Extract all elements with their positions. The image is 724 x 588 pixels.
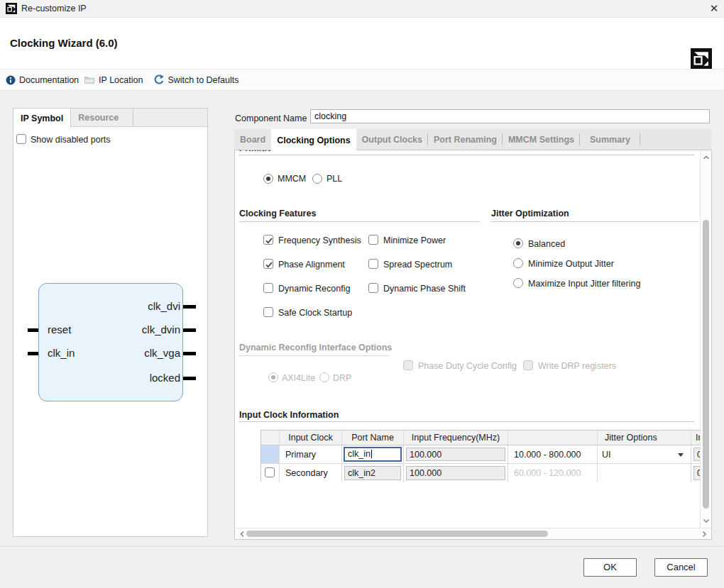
ip-location-button[interactable]: IP Location: [84, 75, 143, 85]
close-icon[interactable]: ✕: [707, 1, 721, 16]
dynamic-phase-shift-label: Dynamic Phase Shift: [383, 284, 466, 294]
vertical-scroll-thumb[interactable]: [703, 220, 709, 509]
footer-divider: [0, 546, 724, 547]
phase-duty-cycle-config-label: Phase Duty Cycle Config: [418, 361, 517, 371]
dynamic-phase-shift-checkbox[interactable]: [368, 283, 378, 293]
refresh-icon: [153, 74, 164, 85]
port-label-clk-in: clk_in: [48, 348, 75, 359]
secondary-label: Secondary: [285, 468, 328, 478]
scroll-down-icon[interactable]: [702, 516, 711, 525]
input-jitter-primary[interactable]: 0.0: [693, 448, 700, 461]
primitive-rule: [239, 155, 694, 155]
primary-label: Primary: [285, 450, 316, 460]
port-stub-clk-in: [28, 352, 38, 355]
tab-ip-symbol[interactable]: IP Symbol: [13, 109, 71, 128]
input-jitter-secondary[interactable]: 0.0: [693, 466, 700, 480]
port-stub-locked: [183, 377, 196, 380]
xilinx-logo: [691, 48, 712, 70]
write-drp-registers-label: Write DRP registers: [538, 361, 616, 371]
minimize-output-jitter-label: Minimize Output Jitter: [528, 259, 614, 269]
frequency-input-primary[interactable]: 100.000: [406, 448, 505, 461]
balanced-radio[interactable]: [513, 238, 523, 248]
secondary-enable-checkbox[interactable]: [265, 467, 275, 477]
tab-port-renaming[interactable]: Port Renaming: [428, 129, 503, 150]
port-label-reset: reset: [48, 324, 71, 335]
scroll-left-icon[interactable]: [238, 530, 246, 538]
maximize-input-jitter-radio[interactable]: [513, 278, 523, 288]
table-row-secondary: Secondary clk_in2 100.000 60.000 - 120.0…: [261, 464, 700, 482]
mmcm-radio[interactable]: [263, 174, 273, 184]
horizontal-scroll-thumb[interactable]: [246, 531, 548, 537]
balanced-label: Balanced: [528, 239, 565, 249]
port-stub-reset: [28, 328, 38, 332]
switch-to-defaults-label: Switch to Defaults: [168, 75, 238, 85]
tab-resource[interactable]: Resource: [71, 109, 133, 127]
cancel-button[interactable]: Cancel: [654, 558, 708, 577]
dynamic-reconfig-checkbox[interactable]: [263, 283, 273, 293]
ok-button[interactable]: OK: [583, 558, 637, 577]
port-label-clk-vga: clk_vga: [84, 348, 180, 359]
component-name-input[interactable]: clocking: [310, 109, 710, 123]
phase-alignment-checkbox[interactable]: [263, 259, 273, 269]
col-port-name: Port Name: [342, 431, 404, 445]
scroll-right-icon[interactable]: [700, 530, 708, 538]
page-title: Clocking Wizard (6.0): [10, 37, 118, 49]
dynamic-reconfig-interface-rule: [239, 355, 390, 356]
col-input-clock: Input Clock: [280, 431, 342, 445]
spread-spectrum-label: Spread Spectrum: [383, 260, 452, 270]
table-header-row: Input Clock Port Name Input Frequency(MH…: [261, 431, 700, 445]
documentation-button[interactable]: Documentation: [6, 75, 79, 85]
port-label-clk-dvin: clk_dvin: [84, 324, 180, 335]
clocking-features-rule: [239, 221, 480, 222]
table-row-primary: Primary clk_in 100.000 10.000 - 800.000 …: [261, 445, 700, 464]
col-input-jitter: In: [691, 431, 700, 445]
pll-label: PLL: [327, 174, 342, 184]
port-stub-clk-dvin: [183, 328, 196, 332]
row-selector-primary[interactable]: [261, 445, 280, 463]
safe-clock-startup-checkbox[interactable]: [263, 307, 273, 317]
config-tabs: Board Clocking Options Output Clocks Por…: [234, 129, 712, 150]
axi4lite-radio: [268, 372, 278, 382]
title-bar: Re-customize IP ✕: [0, 0, 724, 18]
port-name-input-secondary[interactable]: clk_in2: [344, 466, 401, 480]
jitter-optimization-rule: [491, 221, 698, 222]
input-clock-information-heading: Input Clock Information: [239, 410, 339, 421]
tab-output-clocks[interactable]: Output Clocks: [356, 129, 428, 150]
col-input-frequency: Input Frequency(MHz): [404, 431, 508, 445]
tab-mmcm-settings[interactable]: MMCM Settings: [503, 129, 580, 150]
mmcm-label: MMCM: [278, 174, 306, 184]
port-name-input-primary[interactable]: clk_in: [344, 447, 402, 462]
vertical-scrollbar[interactable]: [700, 150, 711, 528]
input-clock-table: Input Clock Port Name Input Frequency(MH…: [260, 430, 700, 482]
show-disabled-ports-checkbox[interactable]: [16, 134, 26, 144]
frequency-input-secondary[interactable]: 100.000: [406, 466, 505, 480]
window-title: Re-customize IP: [21, 0, 87, 18]
range-primary: 10.000 - 800.000: [514, 450, 581, 460]
documentation-label: Documentation: [19, 75, 79, 85]
switch-to-defaults-button[interactable]: Switch to Defaults: [153, 74, 238, 85]
minimize-power-checkbox[interactable]: [368, 235, 378, 245]
tab-summary[interactable]: Summary: [580, 129, 640, 150]
chevron-down-icon: [678, 453, 684, 457]
input-clock-information-rule: [239, 421, 694, 422]
frequency-synthesis-label: Frequency Synthesis: [278, 235, 361, 245]
tab-board[interactable]: Board: [234, 129, 271, 150]
left-panel-tabs: IP Symbol Resource: [13, 109, 207, 127]
minimize-output-jitter-radio[interactable]: [513, 258, 523, 268]
horizontal-scrollbar[interactable]: [235, 528, 711, 539]
phase-alignment-label: Phase Alignment: [278, 260, 345, 270]
clocking-options-panel: Primitive MMCM PLL Clocking Features Fre…: [234, 150, 712, 540]
drp-label: DRP: [333, 373, 351, 383]
spread-spectrum-checkbox[interactable]: [368, 259, 378, 269]
ip-location-label: IP Location: [99, 75, 143, 85]
jitter-options-dropdown[interactable]: UI: [598, 445, 691, 463]
pll-radio[interactable]: [312, 174, 322, 184]
minimize-power-label: Minimize Power: [383, 235, 446, 245]
drp-radio: [319, 372, 329, 382]
frequency-synthesis-checkbox[interactable]: [263, 235, 273, 245]
port-label-locked: locked: [84, 372, 180, 384]
scroll-up-icon[interactable]: [702, 153, 711, 162]
tab-clocking-options[interactable]: Clocking Options: [271, 129, 356, 151]
dynamic-reconfig-interface-heading: Dynamic Reconfig Interface Options: [239, 343, 392, 353]
jitter-optimization-heading: Jitter Optimization: [491, 209, 569, 219]
